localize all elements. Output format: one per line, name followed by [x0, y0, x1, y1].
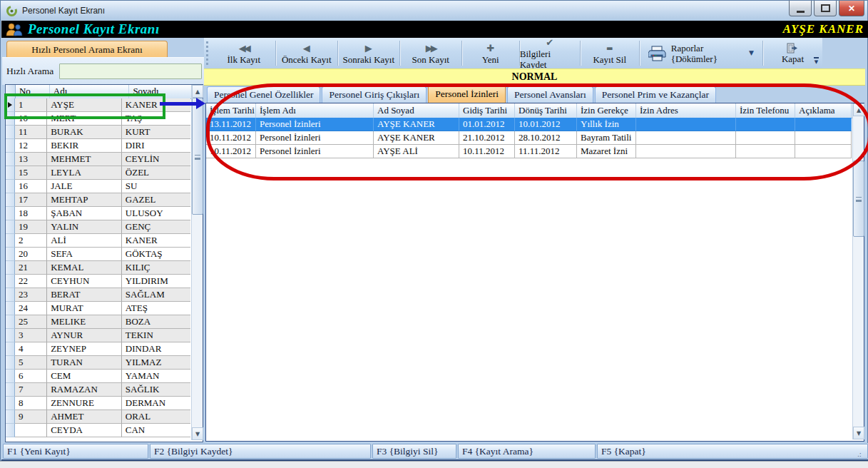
cell-soyadi[interactable]: BOZA [122, 315, 190, 329]
cell-soyadi[interactable]: KANER [122, 234, 190, 248]
cell-soyadi[interactable]: GAZEL [122, 193, 190, 207]
cell-no[interactable]: 16 [15, 180, 47, 193]
cell-adi[interactable]: JALE [47, 180, 122, 193]
toolbar-button-5[interactable]: ✔Bilgileri Kaydet [520, 38, 580, 68]
cell-no[interactable]: 11 [15, 126, 47, 139]
cell-soyadi[interactable]: ULUSOY [122, 207, 190, 220]
function-key-5[interactable]: F5 {Kapat} [597, 444, 868, 459]
cell-adi[interactable]: AHMET [47, 410, 122, 424]
cell-no[interactable]: 18 [15, 207, 47, 220]
cell-adi[interactable]: MEHMET [47, 153, 122, 166]
cell-soyadi[interactable]: DIRI [122, 139, 190, 153]
cell-adi[interactable]: LEYLA [47, 166, 122, 180]
cell-soyadi[interactable]: CEYLİN [122, 153, 190, 166]
row-selector-cell[interactable] [6, 315, 15, 329]
row-selector-cell[interactable] [6, 329, 15, 342]
row-selector-cell[interactable] [6, 410, 15, 424]
cell-soyadi[interactable]: ORAL [122, 410, 190, 424]
cell-no[interactable]: 19 [15, 220, 47, 234]
personnel-row[interactable]: 11BURAKKURT [6, 126, 190, 139]
cell-adi[interactable]: ZEYNEP [47, 342, 122, 356]
toolbar-overflow-button[interactable]: ▼ [812, 55, 821, 67]
personnel-row[interactable]: 9AHMETORAL [6, 410, 190, 424]
personnel-row[interactable]: 25MELIKEBOZA [6, 315, 190, 329]
cell-soyadi[interactable]: KILIÇ [122, 261, 190, 275]
cell-no[interactable]: 9 [15, 410, 47, 424]
personnel-row[interactable]: 16JALESU [6, 180, 190, 193]
close-button[interactable]: ✕ [839, 1, 864, 16]
cell-no[interactable]: 21 [15, 261, 47, 275]
row-selector-cell[interactable] [6, 126, 15, 139]
personnel-row[interactable]: 12BEKIRDIRI [6, 139, 190, 153]
cell-no[interactable]: 23 [15, 288, 47, 302]
cell-soyadi[interactable]: GÖKTAŞ [122, 248, 190, 261]
cell-soyadi[interactable]: CAN [122, 424, 190, 437]
cell-no[interactable]: 4 [15, 342, 47, 356]
cell-soyadi[interactable]: TEKIN [122, 329, 190, 342]
scroll-down-icon[interactable]: ▼ [853, 427, 864, 439]
cell-soyadi[interactable]: SAĞLIK [122, 383, 190, 397]
tab-quick-personnel-search[interactable]: Hızlı Personel Arama Ekranı [6, 41, 168, 58]
maximize-button[interactable] [814, 1, 837, 16]
row-selector-cell[interactable] [6, 342, 15, 356]
cell-soyadi[interactable]: YAMAN [122, 370, 190, 383]
row-selector-cell[interactable] [6, 302, 15, 315]
cell-adi[interactable]: BEKIR [47, 139, 122, 153]
cell-adi[interactable]: MURAT [47, 302, 122, 315]
row-selector-cell[interactable] [6, 234, 15, 248]
cell-adi[interactable]: TURAN [47, 356, 122, 370]
cell-adi[interactable]: ŞABAN [47, 207, 122, 220]
cell-no[interactable]: 6 [15, 370, 47, 383]
cell-no[interactable]: 12 [15, 139, 47, 153]
personnel-row[interactable]: 5TURANYILMAZ [6, 356, 190, 370]
personnel-row[interactable]: 13MEHMETCEYLİN [6, 153, 190, 166]
row-selector-cell[interactable] [6, 193, 15, 207]
cell-adi[interactable]: SEFA [47, 248, 122, 261]
cell-no[interactable]: 17 [15, 193, 47, 207]
row-selector-cell[interactable] [6, 180, 15, 193]
cell-no[interactable]: 13 [15, 153, 47, 166]
cell-no[interactable]: 20 [15, 248, 47, 261]
row-selector-cell[interactable] [6, 383, 15, 397]
row-selector-cell[interactable] [6, 153, 15, 166]
cell-adi[interactable]: CEYDA [47, 424, 122, 437]
scrollbar-thumb[interactable] [853, 161, 864, 237]
row-selector-cell[interactable] [6, 220, 15, 234]
cell-no[interactable]: 5 [15, 356, 47, 370]
personnel-row[interactable]: 23BERATSAĞLAM [6, 288, 190, 302]
cell-soyadi[interactable]: ÖZEL [122, 166, 190, 180]
personnel-row[interactable]: 6CEMYAMAN [6, 370, 190, 383]
personnel-row[interactable]: 7RAMAZANSAĞLIK [6, 383, 190, 397]
toolbar-button-4[interactable]: ✚Yeni [462, 38, 519, 68]
toolbar-button-1[interactable]: ◀Önceki Kayıt [276, 38, 337, 68]
scrollbar-thumb[interactable] [192, 98, 203, 215]
toolbar-button-3[interactable]: ▶▶Son Kayıt [400, 38, 461, 68]
function-key-4[interactable]: F4 {Kayıt Arama} [458, 444, 596, 459]
toolbar-button-2[interactable]: ▶Sonraki Kayıt [338, 38, 399, 68]
cell-soyadi[interactable]: KURT [122, 126, 190, 139]
row-selector-cell[interactable] [6, 261, 15, 275]
row-selector-cell[interactable] [6, 424, 15, 437]
personnel-row[interactable]: 21KEMALKILIÇ [6, 261, 190, 275]
row-selector-cell[interactable] [6, 275, 15, 288]
personnel-row[interactable]: CEYDACAN [6, 424, 190, 437]
cell-adi[interactable]: MELIKE [47, 315, 122, 329]
row-selector-cell[interactable] [6, 166, 15, 180]
personnel-row[interactable]: 2ALİKANER [6, 234, 190, 248]
personnel-row[interactable]: 24MURATATEŞ [6, 302, 190, 315]
cell-no[interactable]: 2 [15, 234, 47, 248]
toolbar-grip[interactable] [206, 41, 211, 65]
cell-adi[interactable]: ALİ [47, 234, 122, 248]
personnel-row[interactable]: 3AYNURTEKIN [6, 329, 190, 342]
personnel-row[interactable]: 17MEHTAPGAZEL [6, 193, 190, 207]
cell-adi[interactable]: KEMAL [47, 261, 122, 275]
cell-no[interactable]: 22 [15, 275, 47, 288]
personnel-row[interactable]: 15LEYLAÖZEL [6, 166, 190, 180]
personnel-list-scrollbar[interactable]: ▲ ▼ [191, 85, 203, 440]
quick-search-input[interactable] [59, 63, 202, 79]
cell-soyadi[interactable]: SU [122, 180, 190, 193]
cell-adi[interactable]: BERAT [47, 288, 122, 302]
row-selector-cell[interactable] [6, 397, 15, 410]
cell-no[interactable]: 3 [15, 329, 47, 342]
cell-soyadi[interactable]: YILDIRIM [122, 275, 190, 288]
